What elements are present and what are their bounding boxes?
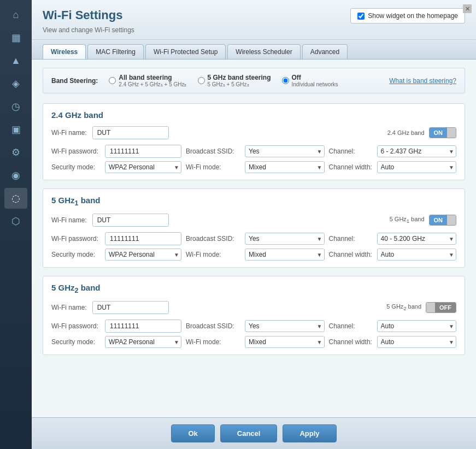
calendar-icon: ▦ [11,32,21,44]
band-51-wifimode-select[interactable]: MixedA only [245,249,325,261]
apply-button[interactable]: Apply [283,424,336,442]
band-51-chanwidth-select[interactable]: Auto20 MHz [377,249,457,261]
band-24-chanwidth-label: Channel width: [329,163,373,171]
band-51-pw-input[interactable] [105,232,181,245]
band-51-title: 5 GHz1 band [51,196,456,207]
close-button[interactable]: ✕ [463,4,472,13]
band-24-channel-select[interactable]: 6 - 2.437 GHzAuto [377,145,457,157]
band-24-toggle[interactable]: ON [429,127,457,138]
band-51-toggle-off[interactable] [447,215,456,225]
cancel-button[interactable]: Cancel [220,424,278,442]
band-51-name-input[interactable] [92,214,169,227]
page-title: Wi-Fi Settings [43,8,122,22]
band-24-pw-input[interactable] [105,145,181,158]
band-52-wifimode-select[interactable]: MixedA only [245,336,325,348]
band-52-channel-label: Channel: [329,322,373,330]
band-52-name-input[interactable] [92,301,169,314]
off-sub: Individual networks [292,81,338,87]
sidebar-item-settings[interactable]: ⚙ [4,142,27,163]
sidebar-item-home[interactable]: ⌂ [4,4,27,25]
radio-off[interactable]: Off Individual networks [282,74,338,87]
5ghz-band-sub: 5 GHz₁ + 5 GHz₂ [208,81,271,87]
band-52-title: 5 GHz2 band [51,283,456,294]
settings-icon: ⚙ [11,146,20,158]
all-band-title: All band steering [119,74,186,81]
band-52-channel-select[interactable]: Auto40 [377,320,457,332]
band-51-security-select[interactable]: WPA2 PersonalWPA Personal [105,249,181,261]
band-51-name-label: Wi-Fi name: [51,216,87,224]
band-51-broadcast-select[interactable]: YesNo [245,233,325,245]
band-52-chanwidth-select[interactable]: Auto20 MHz [377,336,457,348]
network-icon: ◈ [12,78,20,90]
sidebar-item-clock[interactable]: ◷ [4,96,27,117]
band-24-toggle-on[interactable]: ON [430,128,448,138]
sidebar-item-display[interactable]: ▣ [4,119,27,140]
band-24-pw-label: Wi-Fi password: [51,147,101,155]
display-icon: ▣ [11,123,21,135]
home-icon: ⌂ [13,9,19,21]
band-52-security-label: Security mode: [51,338,101,346]
band-24-wifimode-label: Wi-Fi mode: [186,163,240,171]
radio-all-band[interactable]: All band steering 2.4 GHz + 5 GHz₁ + 5 G… [109,74,186,87]
radio-5ghz-band[interactable]: 5 GHz band steering 5 GHz₁ + 5 GHz₂ [198,74,271,87]
band-24-wifimode-select[interactable]: MixedG only [245,161,325,173]
band-steering-link[interactable]: What is band steering? [389,77,456,85]
band-steering-label: Band Steering: [51,77,98,85]
band-52-chanwidth-label: Channel width: [329,338,373,346]
widget-checkbox-label[interactable]: Show widget on the homepage [350,8,465,23]
tab-wifi-protected[interactable]: Wi-Fi Protected Setup [145,44,226,59]
band-51-channel-label: Channel: [329,235,373,243]
band-52-toggle-on[interactable] [426,303,435,312]
band-24-toggle-off[interactable] [447,128,456,138]
sidebar-item-network[interactable]: ◈ [4,73,27,94]
footer: Ok Cancel Apply [32,417,476,449]
main-content: ✕ Wi-Fi Settings Show widget on the home… [32,0,476,449]
tab-advanced[interactable]: Advanced [302,44,348,59]
header: ✕ Wi-Fi Settings Show widget on the home… [32,0,476,40]
band-51-channel-select[interactable]: 40 - 5.200 GHzAuto [377,233,457,245]
sidebar-item-eye[interactable]: ◉ [4,165,27,186]
band-52-wifimode-label: Wi-Fi mode: [186,338,240,346]
band-24-broadcast-select[interactable]: YesNo [245,145,325,157]
band-51-chanwidth-label: Channel width: [329,251,373,258]
band-52-pw-label: Wi-Fi password: [51,322,101,330]
band-51-section: 5 GHz1 band Wi-Fi name: 5 GHz1 band ON W… [43,188,465,268]
band-52-toggle-label: 5 GHz2 band [386,303,421,311]
band-51-security-label: Security mode: [51,251,101,258]
band-52-name-row: Wi-Fi name: 5 GHz2 band OFF [51,301,456,314]
band-52-pw-input[interactable] [105,320,181,333]
band-24-channel-label: Channel: [329,147,373,155]
band-51-toggle-on[interactable]: ON [430,215,448,225]
band-52-broadcast-select[interactable]: YesNo [245,320,325,332]
band-24-security-select[interactable]: WPA2 PersonalWPA Personal [105,161,181,173]
sidebar-item-wifi[interactable]: ◌ [4,188,27,209]
band-52-toggle-off[interactable]: OFF [435,303,456,312]
tab-mac-filtering[interactable]: MAC Filtering [87,44,144,59]
band-52-toggle[interactable]: OFF [426,302,456,313]
band-52-broadcast-label: Broadcast SSID: [186,322,240,330]
band-51-toggle[interactable]: ON [429,215,457,226]
band-52-name-label: Wi-Fi name: [51,304,87,311]
ok-button[interactable]: Ok [171,424,214,442]
band-51-wifimode-label: Wi-Fi mode: [186,251,240,258]
tab-wireless[interactable]: Wireless [43,44,86,59]
clock-icon: ◷ [11,101,20,113]
alert-icon: ▲ [11,55,21,67]
sidebar-item-alert[interactable]: ▲ [4,50,27,71]
tab-wireless-scheduler[interactable]: Wireless Scheduler [227,44,300,59]
band-51-pw-label: Wi-Fi password: [51,235,101,243]
5ghz-band-title: 5 GHz band steering [208,74,271,81]
band-24-name-input[interactable] [92,126,169,139]
radio-5ghz-band-input[interactable] [198,77,205,84]
band-24-chanwidth-select[interactable]: Auto20 MHz [377,161,457,173]
sidebar-item-shield[interactable]: ⬡ [4,211,27,232]
band-52-section: 5 GHz2 band Wi-Fi name: 5 GHz2 band OFF … [43,276,465,355]
band-24-toggle-label: 2.4 GHz band [387,129,425,136]
radio-all-band-input[interactable] [109,77,116,84]
band-24-title: 2.4 GHz band [51,110,456,120]
sidebar-item-calendar[interactable]: ▦ [4,27,27,48]
band-24-broadcast-label: Broadcast SSID: [186,147,240,155]
widget-checkbox[interactable] [357,13,365,20]
band-52-security-select[interactable]: WPA2 PersonalWPA Personal [105,336,181,348]
radio-off-input[interactable] [282,77,289,84]
